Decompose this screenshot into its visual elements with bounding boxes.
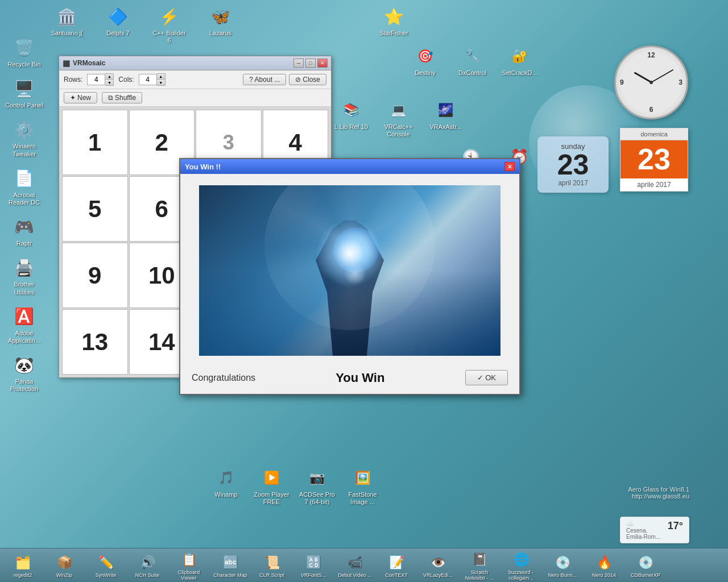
adobe-icon: 🅰️	[13, 305, 36, 328]
cols-down-arrow[interactable]: ▼	[157, 80, 165, 85]
buzzword-icon: 🌐	[511, 550, 531, 570]
desktop-icon-delphi[interactable]: 🔷 Delphi 7	[97, 3, 139, 47]
vrmosaic-title: ▦ VRMosaic	[63, 59, 105, 68]
winzip-icon: 📦	[54, 552, 75, 573]
calendar-day-num: 23	[621, 140, 688, 178]
desktop-icon-dxcontrol[interactable]: 🔧 DxControl	[451, 43, 494, 79]
close-button[interactable]: ✕	[317, 59, 328, 68]
you-win-text: You Win	[336, 371, 384, 385]
analog-clock-widget: 12 3 6 9	[614, 45, 688, 119]
context-icon: 📝	[386, 552, 407, 573]
desktop-icon-destiny[interactable]: 🎯 Destiny	[404, 43, 446, 79]
desktop-icon-zoom-player[interactable]: ▶️ Zoom Player FREE	[250, 464, 293, 508]
close-icon: ⊘	[295, 76, 301, 84]
desktop-icon-winamp[interactable]: 🎵 Winamp	[205, 464, 247, 508]
grid-cell-1[interactable]: 1	[62, 110, 128, 175]
nero2014-icon: 🔥	[594, 552, 614, 573]
desktop-icon-brother[interactable]: 🖨️ Brother Utilities	[3, 254, 46, 298]
rows-spinbox[interactable]: ▲ ▼	[87, 73, 114, 86]
desktop-icon-panda[interactable]: 🐼 Panda Protection	[3, 351, 46, 395]
new-label: New	[77, 94, 91, 102]
taskbar-icon-regedit2[interactable]: 🗂️ regedit2	[3, 551, 43, 580]
setcrackd-label: SetCrackD...	[502, 69, 537, 77]
taskbar-icon-vrfonts[interactable]: 🔠 VRFontS...	[293, 551, 333, 580]
cdburner-label: CDBurnerXP	[631, 573, 660, 579]
desktop-icon-cpp-builder[interactable]: ⚡ C++ Builder 6	[148, 3, 191, 47]
vrmosaic-action-buttons: ? About ... ⊘ Close	[243, 74, 326, 85]
desktop-icon-santuario[interactable]: 🏛️ Santuario j[	[46, 3, 88, 47]
maximize-button[interactable]: □	[305, 59, 316, 68]
taskbar-icon-debut[interactable]: 📹 Debut Video ...	[335, 551, 375, 580]
grid-cell-5[interactable]: 5	[62, 176, 128, 242]
shuffle-icon: ⧉	[108, 94, 113, 102]
about-button[interactable]: ? About ...	[243, 74, 286, 85]
taskbar-icon-nero-burner[interactable]: 💿 Nero Burni...	[543, 551, 582, 580]
scratch-icon: 📓	[469, 550, 490, 570]
desktop-icon-starfisher[interactable]: ⭐ StarFisher	[373, 3, 415, 47]
adobe-label: Adobe Applicatin...	[5, 330, 43, 344]
libref-icon: 📚	[340, 99, 363, 122]
dxcontrol-label: DxControl	[458, 69, 486, 77]
grid-cell-13[interactable]: 13	[62, 309, 128, 375]
taskbar-icon-winzip[interactable]: 📦 WinZip	[44, 551, 84, 580]
taskbar-icon-synwrite[interactable]: ✏️ SynWrite	[86, 551, 126, 580]
desktop-icon-control-panel[interactable]: 🖥️ Control Panel	[3, 75, 46, 111]
desktop-icon-winaero[interactable]: ⚙️ Winaero Tweaker	[3, 116, 46, 160]
youwin-image	[199, 185, 500, 356]
cols-spinbox[interactable]: ▲ ▼	[139, 73, 166, 86]
desktop-icon-recycle-bin[interactable]: 🗑️ Recycle Bin	[3, 34, 46, 70]
taskbar-icon-vrlazyedi[interactable]: 👁️ VRLazyEdi...	[418, 551, 458, 580]
desktop-icon-adobe[interactable]: 🅰️ Adobe Applicatin...	[3, 303, 46, 347]
taskbar-icon-nch[interactable]: 🔊 NCH Suite	[127, 551, 167, 580]
desktop-icon-vrcalc[interactable]: 💻 VRCalc++ Console	[377, 97, 420, 140]
taskbar-icon-clipboard[interactable]: 📋 Clipboard Viewer	[169, 548, 209, 582]
grid-cell-9[interactable]: 9	[62, 243, 128, 308]
shuffle-button[interactable]: ⧉ Shuffle	[102, 92, 142, 103]
taskbar-icon-cdburner[interactable]: 💿 CDBurnerXP	[626, 551, 665, 580]
taskbar-icon-buzzword[interactable]: 🌐 buzzword - collegam...	[501, 548, 541, 582]
new-button[interactable]: ✦ New	[64, 92, 97, 103]
weather-widget: 17° ☁️ Cesena, Emilia-Rom...	[620, 517, 689, 543]
taskbar-icon-charmap[interactable]: 🔤 Character Map	[210, 551, 250, 580]
taskbar-icon-context[interactable]: 📝 ConTEXT	[377, 551, 416, 580]
congratulations-text: Congratulations	[192, 373, 255, 383]
aero-glass-line2: http://www.glass8.eu	[628, 493, 689, 500]
about-label: About ...	[255, 76, 280, 84]
ok-button[interactable]: ✓ OK	[465, 370, 508, 385]
calendar-widget: domenica 23 aprile 2017	[620, 128, 688, 192]
mid-right-icons: 🎯 Destiny 🔧 DxControl 🔐 SetCrackD...	[404, 43, 541, 79]
taskbar-icon-clrscript[interactable]: 📜 CLR Script	[252, 551, 292, 580]
minimize-button[interactable]: ─	[293, 59, 304, 68]
destiny-icon: 🎯	[414, 45, 437, 68]
datetime-daynum: 23	[543, 151, 603, 179]
desktop-icon-acdsee[interactable]: 📷 ACDSee Pro 7 (64-bit)	[296, 464, 338, 508]
rows-up-arrow[interactable]: ▲	[105, 74, 113, 80]
cols-up-arrow[interactable]: ▲	[157, 74, 165, 80]
regedit2-label: regedit2	[14, 573, 32, 579]
clock-num-3: 3	[679, 78, 682, 86]
clock-num-9: 9	[620, 78, 624, 86]
vrmosaic-new-shuffle-bar: ✦ New ⧉ Shuffle	[59, 89, 331, 107]
desktop-icon-acrobat[interactable]: 📄 Acrobat Reader DC	[3, 165, 46, 209]
desktop-icon-faststone[interactable]: 🖼️ FastStone Image ...	[341, 464, 384, 508]
datetime-monthyr: april 2017	[543, 179, 603, 187]
regedit2-icon: 🗂️	[13, 552, 33, 573]
desktop-icon-vraxastr[interactable]: 🌌 VRAxAstr...	[424, 97, 467, 140]
desktop-icon-lazarus[interactable]: 🦋 Lazarus	[199, 3, 242, 47]
rows-input[interactable]	[87, 74, 105, 85]
acdsee-label: ACDSee Pro 7 (64-bit)	[298, 491, 336, 506]
vrmosaic-toolbar: Rows: ▲ ▼ Cols: ▲ ▼ ? About ...	[59, 70, 331, 89]
top-icons-row: 🏛️ Santuario j[ 🔷 Delphi 7 ⚡ C++ Builder…	[46, 3, 415, 47]
cols-arrows: ▲ ▼	[157, 73, 166, 86]
vrmosaic-close-button[interactable]: ⊘ Close	[289, 74, 326, 85]
taskbar-icon-scratch[interactable]: 📓 Scratch Notesitxt - ...	[460, 548, 499, 582]
cols-input[interactable]	[139, 74, 157, 85]
rows-arrows: ▲ ▼	[105, 73, 114, 86]
desktop-icon-libref[interactable]: 📚 L Lib Ref 10	[330, 97, 373, 140]
rows-down-arrow[interactable]: ▼	[105, 80, 113, 85]
taskbar-icon-nero2014[interactable]: 🔥 Nero 2014	[584, 551, 624, 580]
panda-label: Panda Protection	[5, 378, 43, 393]
desktop-icon-raptr[interactable]: 🎮 Raptr	[3, 213, 46, 250]
desktop-icon-setcrackd[interactable]: 🔐 SetCrackD...	[498, 43, 541, 79]
youwin-close-button[interactable]: ✕	[504, 162, 515, 171]
